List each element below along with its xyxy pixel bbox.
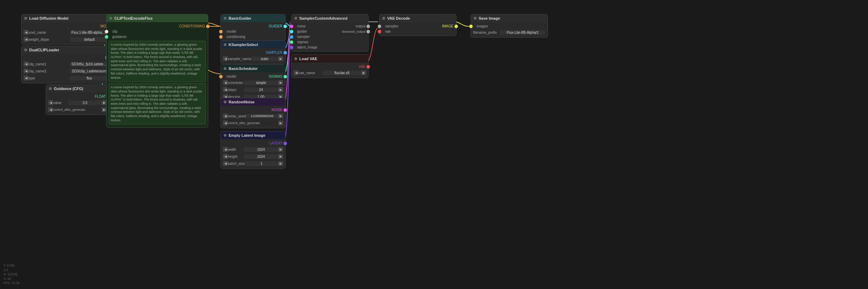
empty-latent-title: Empty Latent Image xyxy=(229,133,266,137)
sca-latent-label: latent_image xyxy=(294,45,317,49)
steps-right-arrow[interactable]: ▶ xyxy=(278,87,283,92)
load-diffusion-model-node: Load Diffusion Model MODEL ◀ unet_name F… xyxy=(21,14,116,45)
empty-latent-body: LATENT ◀ width 1024 ▶ ◀ height 1024 ▶ ◀ … xyxy=(221,139,285,168)
dual-clip-loader-title: DualCLIPLoader xyxy=(29,48,59,52)
height-right-arrow[interactable]: ▶ xyxy=(278,154,283,159)
width-left-arrow[interactable]: ◀ xyxy=(223,147,228,152)
basic-guider-header[interactable]: BasicGuider xyxy=(221,14,285,22)
height-row: ◀ height 1024 ▶ xyxy=(221,153,285,160)
clip-input-port[interactable] xyxy=(105,30,108,33)
sca-denoised-port[interactable] xyxy=(366,30,370,33)
status-line4: FPS: 75.76 xyxy=(4,281,19,285)
conditioning-output-port[interactable] xyxy=(206,25,210,28)
guider-conditioning-port[interactable] xyxy=(219,35,223,39)
status-line2: N: 13 [10] xyxy=(4,272,19,277)
sca-guider-port[interactable] xyxy=(290,30,293,33)
scheduler-left-arrow[interactable]: ◀ xyxy=(223,80,228,85)
guider-model-input-port[interactable] xyxy=(219,30,223,33)
conditioning-output-label: CONDITIONING xyxy=(109,24,205,28)
value-left-arrow[interactable]: ◀ xyxy=(48,100,53,105)
vd-samples-port[interactable] xyxy=(378,25,381,28)
ksampler-select-header[interactable]: KSamplerSelect xyxy=(221,41,285,49)
clip-text-encode-title: CLIPTextEncodeFlux xyxy=(114,16,153,20)
load-vae-header[interactable]: Load VAE xyxy=(292,55,368,63)
width-right-arrow[interactable]: ▶ xyxy=(278,147,283,152)
sampler-output-port[interactable] xyxy=(283,51,287,54)
clip2-left-arrow[interactable]: ◀ xyxy=(24,69,28,73)
clip1-left-arrow[interactable]: ◀ xyxy=(24,62,28,66)
guider-model-input-row: model xyxy=(221,29,285,34)
unet-name-left-arrow[interactable]: ◀ xyxy=(24,30,28,35)
basic-scheduler-header[interactable]: BasicScheduler xyxy=(221,65,285,72)
latent-output-label: LATENT xyxy=(224,141,282,145)
load-diffusion-model-header[interactable]: Load Diffusion Model xyxy=(21,14,116,22)
type-label: type xyxy=(28,76,70,80)
sigmas-output-port[interactable] xyxy=(283,75,287,78)
node-dot xyxy=(294,57,297,60)
scheduler-model-port[interactable] xyxy=(219,75,223,78)
random-noise-body: NOISE ◀ noise_seed 1125899950349 ▶ ◀ con… xyxy=(221,106,285,128)
control-after-label: control_after_generate. xyxy=(53,108,102,111)
value-label: value xyxy=(53,101,68,105)
load-diffusion-model-title: Load Diffusion Model xyxy=(29,16,69,20)
batch-left-arrow[interactable]: ◀ xyxy=(223,161,228,166)
guidance-cfg-body: FLOAT ◀ value 3.5 ▶ ◀ control_after_gene… xyxy=(46,92,109,115)
guidance-input-port[interactable] xyxy=(105,35,108,39)
float-output-label: FLOAT xyxy=(49,95,106,98)
empty-latent-header[interactable]: Empty Latent Image xyxy=(221,131,285,139)
sampler-name-left-arrow[interactable]: ◀ xyxy=(223,56,228,61)
dual-clip-loader-header[interactable]: DualCLIPLoader xyxy=(21,46,116,54)
latent-output-port[interactable] xyxy=(283,142,287,145)
si-images-port[interactable] xyxy=(469,25,473,28)
sca-sigmas-port[interactable] xyxy=(290,40,293,44)
vd-image-output-port[interactable] xyxy=(454,25,458,28)
clip-text-area-1[interactable]: A scene inspired by 2000 comedy animatio… xyxy=(109,41,206,82)
height-left-arrow[interactable]: ◀ xyxy=(223,154,228,159)
status-line3: V: 28 xyxy=(4,277,19,281)
noise-control-right-arrow[interactable]: ▶ xyxy=(278,121,283,126)
noise-control-left-arrow[interactable]: ◀ xyxy=(223,121,228,126)
clip-text-encode-header[interactable]: CLIPTextEncodeFlux xyxy=(107,14,208,22)
guidance-cfg-header[interactable]: Guidance (CFG) xyxy=(46,85,109,92)
sca-output-label: output xyxy=(306,24,365,28)
vd-vae-port[interactable] xyxy=(378,30,381,33)
ksampler-select-body: SAMPLER ◀ sampler_name euler ▶ xyxy=(221,49,285,64)
ksampler-select-title: KSamplerSelect xyxy=(229,43,258,47)
value-row: ◀ value 3.5 ▶ xyxy=(46,99,109,106)
weight-dtype-left-arrow[interactable]: ◀ xyxy=(24,37,28,42)
sampler-name-right-arrow[interactable]: ▶ xyxy=(278,56,283,61)
steps-left-arrow[interactable]: ◀ xyxy=(223,87,228,92)
vae-output-port[interactable] xyxy=(366,65,370,69)
guider-output-port[interactable] xyxy=(283,25,287,28)
save-image-header[interactable]: Save Image xyxy=(471,14,548,22)
value-right-arrow[interactable]: ▶ xyxy=(102,100,107,105)
vae-name-left-arrow[interactable]: ◀ xyxy=(294,70,299,75)
clip-text-area-2[interactable]: A scene inspired by 2000 comedy animatio… xyxy=(109,83,206,124)
sca-noise-port[interactable] xyxy=(290,25,293,28)
vae-decode-body: samples IMAGE vae xyxy=(379,22,456,36)
control-left-arrow[interactable]: ◀ xyxy=(48,107,53,112)
load-vae-body: VAE ◀ vae_name flux/ae.sfl ▶ xyxy=(292,63,368,78)
scheduler-right-arrow[interactable]: ▶ xyxy=(278,80,283,85)
clip-text-encode-body: CONDITIONING clip guidance A scene inspi… xyxy=(107,22,208,127)
float-output-row: FLOAT xyxy=(46,94,109,99)
sca-output-port[interactable] xyxy=(366,25,370,28)
control-right-arrow[interactable]: ▶ xyxy=(102,107,107,112)
node-dot xyxy=(224,101,226,103)
random-noise-header[interactable]: RandomNoise xyxy=(221,98,285,106)
empty-latent-image-node: Empty Latent Image LATENT ◀ width 1024 ▶… xyxy=(221,131,286,169)
vae-name-right-arrow[interactable]: ▶ xyxy=(361,70,366,75)
vd-image-output-label: IMAGE xyxy=(398,24,453,28)
sca-latent-port[interactable] xyxy=(290,46,293,49)
sca-sampler-port[interactable] xyxy=(290,35,293,39)
type-left-arrow[interactable]: ◀ xyxy=(24,76,28,81)
noise-output-port[interactable] xyxy=(283,108,287,112)
noise-seed-left-arrow[interactable]: ◀ xyxy=(223,114,228,118)
guider-model-input-label: model xyxy=(224,30,282,33)
width-value: 1024 xyxy=(244,147,278,152)
sampler-custom-header[interactable]: SamplerCustomAdvanced xyxy=(292,14,368,22)
vae-decode-node: VAE Decode samples IMAGE vae xyxy=(379,14,457,36)
batch-right-arrow[interactable]: ▶ xyxy=(278,161,283,166)
noise-seed-right-arrow[interactable]: ▶ xyxy=(278,114,283,118)
vae-decode-header[interactable]: VAE Decode xyxy=(379,14,456,22)
